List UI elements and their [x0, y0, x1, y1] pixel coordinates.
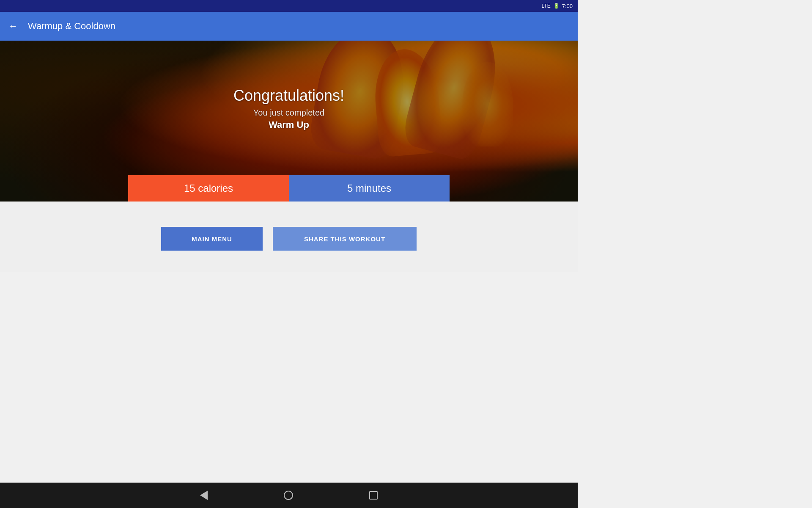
minutes-value: 5 minutes: [347, 182, 391, 194]
stats-bar: 15 calories 5 minutes: [128, 175, 450, 202]
workout-name: Warm Up: [269, 119, 309, 130]
status-bar: LTE 🔋 7:00: [0, 0, 578, 12]
app-bar-title: Warmup & Cooldown: [28, 21, 115, 32]
main-menu-button[interactable]: MAIN MENU: [161, 227, 263, 251]
calories-value: 15 calories: [184, 182, 233, 194]
action-buttons: MAIN MENU SHARE THIS WORKOUT: [161, 227, 417, 251]
back-button[interactable]: ←: [8, 21, 18, 32]
status-time: 7:00: [562, 3, 573, 9]
battery-icon: 🔋: [553, 3, 560, 9]
share-workout-button[interactable]: SHARE THIS WORKOUT: [273, 227, 417, 251]
calories-stat: 15 calories: [128, 175, 289, 202]
app-bar: ← Warmup & Cooldown: [0, 12, 578, 41]
minutes-stat: 5 minutes: [289, 175, 450, 202]
content-area: MAIN MENU SHARE THIS WORKOUT: [0, 202, 578, 272]
hero-section: Congratulations! You just completed Warm…: [0, 41, 578, 202]
congratulations-text: Congratulations!: [233, 87, 344, 105]
lte-icon: LTE: [542, 3, 551, 9]
completed-subtitle: You just completed: [253, 108, 324, 118]
